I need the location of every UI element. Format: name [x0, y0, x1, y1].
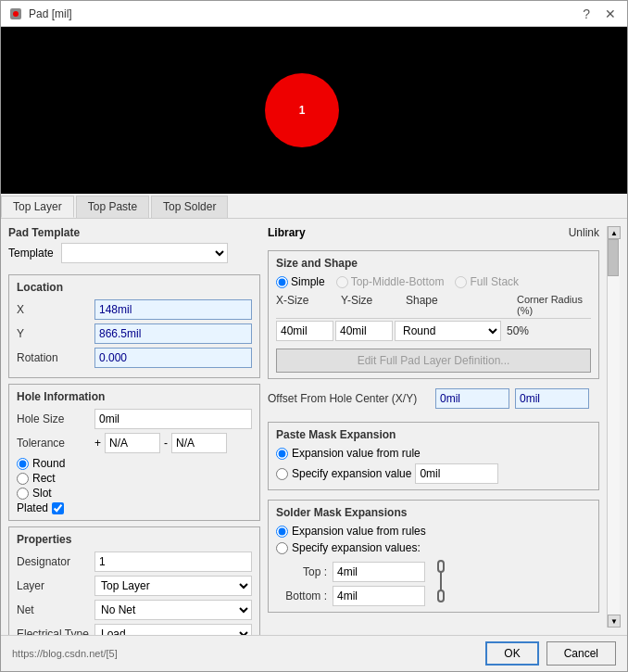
solder-mask-group: Solder Mask Expansions Expansion value f… — [268, 500, 599, 613]
net-select[interactable]: No Net — [94, 600, 252, 620]
solder-bottom-label: Bottom : — [276, 590, 327, 602]
y-row: Y — [17, 323, 252, 344]
x-row: X — [17, 299, 252, 320]
location-title: Location — [17, 281, 252, 294]
tolerance-label: Tolerance — [17, 437, 91, 450]
link-chain-icon[interactable] — [433, 559, 449, 603]
hole-info-group: Hole Information Hole Size Tolerance + -… — [8, 384, 260, 521]
footer: https://blog.csdn.net/[5] OK Cancel — [1, 635, 627, 671]
title-bar-left: Pad [mil] — [8, 6, 72, 21]
solder-top-input[interactable] — [333, 562, 425, 582]
ok-button[interactable]: OK — [485, 641, 538, 666]
electrical-label: Electrical Type — [17, 628, 91, 635]
size-shape-group: Size and Shape Simple Top-Middle-Bottom … — [268, 250, 599, 379]
paste-expansion-rule-label: Expansion value from rule — [292, 447, 421, 460]
solder-specify-label: Specify expansion values: — [292, 541, 421, 554]
size-shape-header: X-Size Y-Size Shape Corner Radius (%) — [276, 294, 591, 319]
designator-row: Designator — [17, 552, 252, 572]
paste-specify-radio[interactable] — [276, 468, 288, 480]
designator-input[interactable] — [94, 552, 252, 572]
simple-radio[interactable] — [276, 276, 288, 288]
layer-row: Layer Top Layer — [17, 576, 252, 596]
tab-top-solder[interactable]: Top Solder — [151, 196, 228, 218]
solder-expansion-rule-radio[interactable] — [276, 526, 288, 538]
right-panel: Library Unlink Size and Shape Simple Top… — [268, 226, 599, 628]
template-label: Template — [8, 247, 54, 260]
offset-y-input[interactable] — [515, 388, 589, 409]
pad-template-section: Pad Template Template — [8, 226, 260, 269]
rect-radio[interactable] — [17, 473, 29, 485]
tab-top-layer[interactable]: Top Layer — [1, 196, 74, 218]
paste-mask-group: Paste Mask Expansion Expansion value fro… — [268, 422, 599, 490]
shape-select[interactable]: Round Rectangular Oval — [395, 321, 501, 341]
hole-size-input[interactable] — [94, 409, 252, 429]
scroll-down-arrow[interactable]: ▼ — [608, 615, 621, 628]
col-xsize-header: X-Size — [276, 294, 341, 316]
plus-sign: + — [94, 437, 101, 450]
properties-group: Properties Designator Layer Top Layer Ne… — [8, 526, 260, 635]
pad-dialog: Pad [mil] ? ✕ 1 Top Layer Top Paste Top … — [0, 0, 628, 672]
left-panel: Pad Template Template Location X Y — [8, 226, 260, 628]
cancel-button[interactable]: Cancel — [546, 641, 616, 666]
template-row: Template — [8, 243, 260, 263]
close-button[interactable]: ✕ — [601, 5, 620, 23]
main-content: Pad Template Template Location X Y — [1, 219, 627, 635]
rotation-input[interactable] — [94, 348, 252, 368]
hole-info-title: Hole Information — [17, 390, 252, 403]
ysize-input[interactable] — [335, 321, 393, 341]
tolerance-row: Tolerance + - — [17, 433, 252, 453]
footer-url: https://blog.csdn.net/[5] — [12, 648, 478, 659]
layer-label: Layer — [17, 579, 91, 592]
round-radio[interactable] — [17, 458, 29, 470]
paste-expansion-rule-radio[interactable] — [276, 448, 288, 460]
plated-label: Plated — [17, 501, 48, 514]
edit-full-pad-button[interactable]: Edit Full Pad Layer Definition... — [276, 349, 591, 373]
offset-row: Offset From Hole Center (X/Y) — [268, 388, 599, 409]
x-input[interactable] — [94, 299, 252, 320]
rect-label: Rect — [32, 472, 56, 485]
paste-specify-input[interactable] — [415, 463, 498, 484]
x-label: X — [17, 303, 91, 316]
round-label: Round — [32, 457, 65, 470]
offset-x-input[interactable] — [435, 388, 509, 409]
title-bar: Pad [mil] ? ✕ — [1, 1, 627, 27]
top-middle-radio[interactable] — [336, 276, 348, 288]
designator-label: Designator — [17, 555, 91, 568]
full-stack-radio[interactable] — [455, 276, 467, 288]
minus-sign: - — [164, 437, 168, 450]
plated-row: Plated — [17, 501, 252, 514]
y-input[interactable] — [94, 323, 252, 344]
scroll-up-arrow[interactable]: ▲ — [608, 226, 621, 239]
plated-checkbox[interactable] — [52, 502, 64, 514]
round-radio-row: Round — [17, 457, 252, 470]
size-shape-title: Size and Shape — [276, 257, 591, 270]
solder-top-row: Top : — [276, 562, 425, 582]
solder-specify-radio[interactable] — [276, 542, 288, 554]
solder-specify-row: Specify expansion values: — [276, 541, 591, 554]
xsize-input[interactable] — [276, 321, 333, 341]
unlink-button[interactable]: Unlink — [569, 226, 599, 239]
pad-template-title: Pad Template — [8, 226, 260, 239]
solder-bottom-input[interactable] — [333, 586, 425, 606]
slot-radio[interactable] — [17, 488, 29, 500]
tolerance-minus-input[interactable] — [171, 433, 227, 453]
simple-label: Simple — [276, 275, 325, 288]
canvas-area: 1 — [1, 27, 627, 194]
y-label: Y — [17, 327, 91, 340]
solder-expansion-rule-row: Expansion value from rules — [276, 525, 591, 538]
svg-rect-4 — [438, 590, 444, 602]
tabs-row: Top Layer Top Paste Top Solder — [1, 194, 627, 219]
electrical-row: Electrical Type Load — [17, 624, 252, 635]
rotation-label: Rotation — [17, 351, 91, 364]
library-label: Library — [268, 226, 306, 239]
tab-top-paste[interactable]: Top Paste — [76, 196, 149, 218]
scroll-thumb[interactable] — [608, 239, 619, 276]
paste-mask-title: Paste Mask Expansion — [276, 428, 591, 441]
template-select[interactable] — [61, 243, 228, 263]
layer-select[interactable]: Top Layer — [94, 576, 252, 596]
tolerance-plus-input[interactable] — [105, 433, 160, 453]
location-group: Location X Y Rotation — [8, 274, 260, 378]
slot-radio-row: Slot — [17, 487, 252, 500]
electrical-select[interactable]: Load — [94, 624, 252, 635]
help-button[interactable]: ? — [579, 5, 594, 23]
